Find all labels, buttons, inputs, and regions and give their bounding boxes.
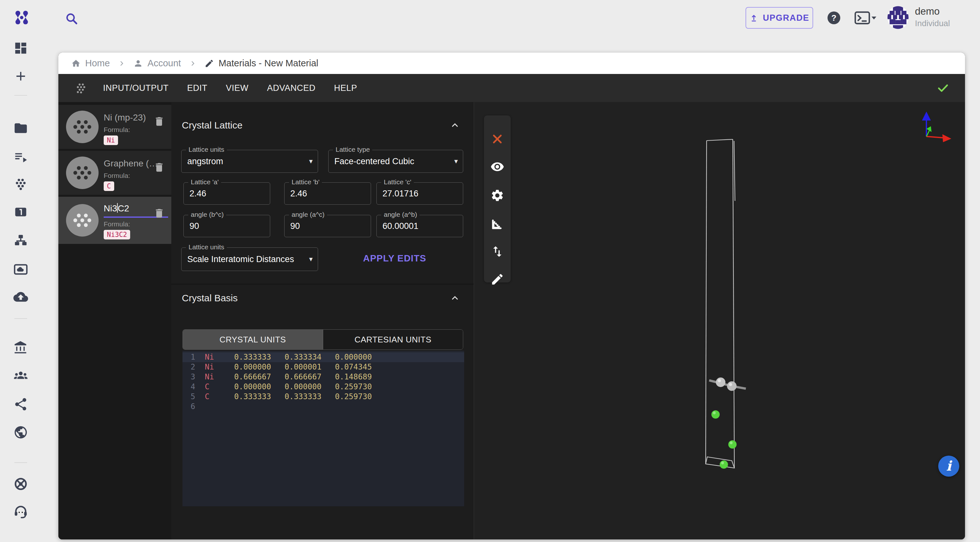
help-icon: ? [826,10,842,25]
search-button[interactable] [64,11,78,25]
chevron-right-icon [189,60,196,67]
material-avatar [66,157,99,189]
material-editor-panel: Crystal Lattice Lattice units angstrom ▾… [171,102,474,539]
crystal-scene[interactable] [474,102,965,539]
scale-distances-select[interactable]: Lattice units Scale Interatomic Distance… [181,247,318,271]
sidebar-item-projects[interactable] [13,121,28,135]
user-plan: Individual [915,19,950,29]
basis-code-editor[interactable]: 1Ni0.3333330.3333340.000000 2Ni0.0000000… [183,351,464,506]
basis-row[interactable]: 5C0.3333330.3333330.259730 [183,392,464,402]
sidebar-item-cloud-storage[interactable] [13,290,28,304]
lattice-c-input[interactable]: Lattice 'c' 27.01716 [376,182,463,205]
c-atoms[interactable] [711,410,737,469]
basis-row[interactable]: 4C0.0000000.0000000.259730 [183,382,464,392]
chevron-down-icon: ▾ [309,255,313,263]
formula-label: Formula: [104,220,130,228]
formula-label: Formula: [104,126,130,133]
angle-bc-input[interactable]: angle (b^c) 90 [183,215,270,237]
editor-content: Ni (mp-23) Formula: Ni Graphene (… Formu… [58,102,965,539]
formula-chip: Ni3C2 [104,230,130,239]
breadcrumb-home[interactable]: Home [71,58,110,68]
collapse-chevron-up-icon[interactable] [450,120,460,130]
material-item-ni3c2[interactable]: Ni3C2 Formula: Ni3C2 [58,197,171,244]
dashboard-icon [13,41,28,55]
basis-units-tabs: CRYSTAL UNITS CARTESIAN UNITS [183,330,463,350]
sidebar-item-unit[interactable] [13,205,28,219]
apply-edits-button[interactable]: APPLY EDITS [358,249,432,267]
menu-help[interactable]: HELP [334,83,357,93]
material-item-ni[interactable]: Ni (mp-23) Formula: Ni [58,105,171,149]
menu-view[interactable]: VIEW [226,83,248,93]
search-icon [64,11,78,25]
unit-cell-wireframe [706,139,735,468]
chevron-down-icon: ▾ [309,157,313,165]
materials-list: Ni (mp-23) Formula: Ni Graphene (… Formu… [58,102,171,539]
menu-input-output[interactable]: INPUT/OUTPUT [103,83,169,93]
structure-viewer-3d[interactable]: i [474,102,965,539]
upgrade-arrow-icon [749,13,758,23]
lattice-b-input[interactable]: Lattice 'b' 2.46 [284,182,371,205]
user-name: demo [915,6,940,17]
breadcrumb: Home Account Materials - New Material [58,52,965,74]
wheel-icon [13,477,28,491]
page-title: Materials - New Material [218,58,318,68]
material-name-input[interactable]: Ni3C2 [104,203,129,214]
lattice-units-select[interactable]: Lattice units angstrom ▾ [181,150,318,173]
delete-icon[interactable] [153,116,165,127]
avatar-identicon [886,6,910,29]
sidebar-item-team[interactable] [13,369,28,383]
image-cloud-icon [13,262,28,277]
basis-row[interactable]: 2Ni0.0000000.0000010.074345 [183,362,464,372]
delete-icon[interactable] [153,162,165,173]
material-item-graphene[interactable]: Graphene (… Formula: C [58,151,171,195]
sidebar-item-helm[interactable] [13,477,28,491]
sidebar-item-dashboard[interactable] [13,41,28,55]
basis-row[interactable]: 3Ni0.6666670.6666670.148689 [183,372,464,382]
menu-advanced[interactable]: ADVANCED [267,83,315,93]
sidebar-item-create-new[interactable] [13,69,28,84]
upgrade-label: UPGRADE [763,13,809,23]
console-menu-button[interactable] [854,11,877,25]
section-title-crystal-basis: Crystal Basis [182,293,238,304]
basis-row[interactable]: 6 [183,402,464,412]
share-icon [13,397,28,412]
angle-ab-input[interactable]: angle (a^b) 60.00001 [376,215,463,237]
app-page: UPGRADE ? [0,0,980,542]
tab-cartesian-units[interactable]: CARTESIAN UNITS [323,330,463,349]
breadcrumb-account[interactable]: Account [134,58,181,68]
sidebar-divider [14,95,27,96]
headset-icon [13,505,28,519]
delete-icon[interactable] [153,208,165,219]
basis-row[interactable]: 1Ni0.3333330.3333340.000000 [183,352,464,362]
cloud-upload-icon [13,290,28,304]
avatar[interactable] [886,6,910,29]
editor-menubar: INPUT/OUTPUT EDIT VIEW ADVANCED HELP [58,74,965,102]
sidebar-item-organization[interactable] [13,341,28,355]
help-button[interactable]: ? [826,10,842,25]
lattice-a-input[interactable]: Lattice 'a' 2.46 [183,182,270,205]
sidebar-item-media[interactable] [13,262,28,277]
sidebar-item-share[interactable] [13,397,28,412]
formula-label: Formula: [104,172,130,179]
tab-crystal-units[interactable]: CRYSTAL UNITS [183,330,323,349]
atoms-cluster-icon [74,81,88,95]
sidebar-item-jobs[interactable] [13,149,28,164]
angle-ac-input[interactable]: angle (a^c) 90 [284,215,371,237]
svg-text:?: ? [831,13,837,23]
sidebar-item-support[interactable] [13,505,28,519]
sidebar-item-public[interactable] [13,425,28,440]
material-avatar [66,111,99,143]
sidebar-item-workflows[interactable] [13,233,28,248]
menu-edit[interactable]: EDIT [187,83,208,93]
material-name: Ni (mp-23) [104,113,146,123]
person-icon [134,59,143,68]
upgrade-button[interactable]: UPGRADE [746,7,813,29]
info-icon: i [946,460,951,473]
info-button[interactable]: i [938,456,959,477]
sidebar-divider [14,462,27,463]
sidebar-item-materials[interactable] [13,176,28,191]
collapse-chevron-up-icon[interactable] [450,293,460,303]
looks-one-icon [13,205,28,219]
lattice-type-select[interactable]: Lattice type Face-centered Cubic ▾ [328,150,463,173]
saved-check-icon[interactable] [936,81,950,95]
